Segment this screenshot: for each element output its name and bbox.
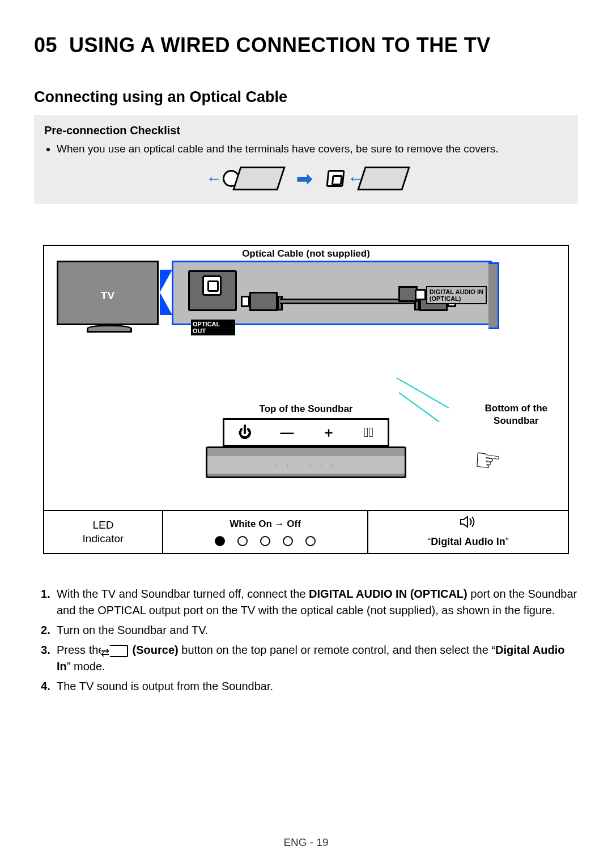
hand-pointer-icon: ☞ [471,441,503,480]
led-dot-icon [237,536,248,546]
arrow-right-icon: ➡ [296,167,312,190]
power-icon: ⏻ [239,424,252,440]
soundbar-top-panel-icon: ⏻ — ＋ ＊⃝ [223,418,389,446]
audio-cell-label: “Digital Audio In” [427,535,508,548]
tv-label: TV [58,290,157,302]
step3-pre: Press the [57,644,108,656]
bottom-soundbar-label: Bottom of the Soundbar [485,402,547,427]
bottom-soundbar-label-line2: Soundbar [494,415,538,426]
instruction-step-4: The TV sound is output from the Soundbar… [41,678,578,695]
digital-audio-in-line2: (OPTICAL) [430,295,461,302]
instruction-step-3: Press the (Source) button on the top pan… [41,642,578,675]
source-icon: ＊⃝ [364,424,374,440]
minus-icon: — [280,424,294,440]
step3-mid: button on the top panel or remote contro… [178,644,495,656]
led-line2: Indicator [83,532,124,546]
checklist-title: Pre-connection Checklist [44,124,568,137]
subsection-title: Connecting using an Optical Cable [34,88,578,106]
digital-audio-in-line1: DIGITAL AUDIO IN [430,288,483,295]
plus-icon: ＋ [322,423,335,441]
speaker-icon [460,516,477,533]
plug-with-cap-icon: ← [206,167,282,190]
led-dots-icon [215,536,316,546]
white-on-off-cell: White On → Off [163,511,368,553]
instruction-step-2: Turn on the Soundbar and TV. [41,622,578,639]
led-dot-icon [260,536,270,546]
section-title-text: USING A WIRED CONNECTION TO THE TV [69,33,491,57]
checklist-item: When you use an optical cable and the te… [57,142,568,157]
optical-cable-label: Optical Cable (not supplied) [44,248,568,259]
step3-source: (Source) [129,644,178,656]
plug-open-icon: ← [327,167,406,190]
led-line1: LED [93,518,114,533]
diagram-mid-row: Top of the Soundbar Bottom of the Soundb… [43,403,569,510]
diagram-bottom-row: LED Indicator White On → Off “Digital [43,510,569,554]
instruction-step-1: With the TV and Soundbar turned off, con… [41,586,578,619]
led-dot-icon [283,536,293,546]
optical-out-label: OPTICAL OUT [191,320,235,335]
connector-illustration: ← ➡ ← [44,167,568,190]
white-label: White On → Off [230,518,301,530]
page-title: 05 USING A WIRED CONNECTION TO THE TV [34,34,578,57]
tv-icon: TV [57,261,159,325]
led-dot-icon [305,536,316,546]
page-footer: ENG - 19 [0,836,612,849]
led-dot-filled-icon [215,536,225,546]
checklist-box: Pre-connection Checklist When you use an… [34,115,578,205]
optical-out-port-icon: OPTICAL OUT [188,270,237,311]
step3-post: ” mode. [67,660,105,673]
led-indicator-cell: LED Indicator [44,511,163,553]
diagram-top-row: Optical Cable (not supplied) TV OPTICAL … [43,245,569,403]
digital-audio-in-port-icon [398,286,418,302]
source-button-icon [108,645,128,657]
step1-pre: With the TV and Soundbar turned off, con… [57,588,309,600]
step1-bold: DIGITAL AUDIO IN (OPTICAL) [309,588,468,600]
bottom-soundbar-label-line1: Bottom of the [485,403,547,414]
instruction-list: With the TV and Soundbar turned off, con… [41,586,578,695]
digital-audio-in-cell: “Digital Audio In” [368,511,568,553]
soundbar-body-icon [206,446,406,478]
connection-diagram: Optical Cable (not supplied) TV OPTICAL … [43,245,569,554]
port-panel-icon: OPTICAL OUT DIGITAL AUDIO IN (OPTICAL) [172,261,492,325]
section-number: 05 [34,33,57,57]
digital-audio-in-label: DIGITAL AUDIO IN (OPTICAL) [426,286,487,304]
